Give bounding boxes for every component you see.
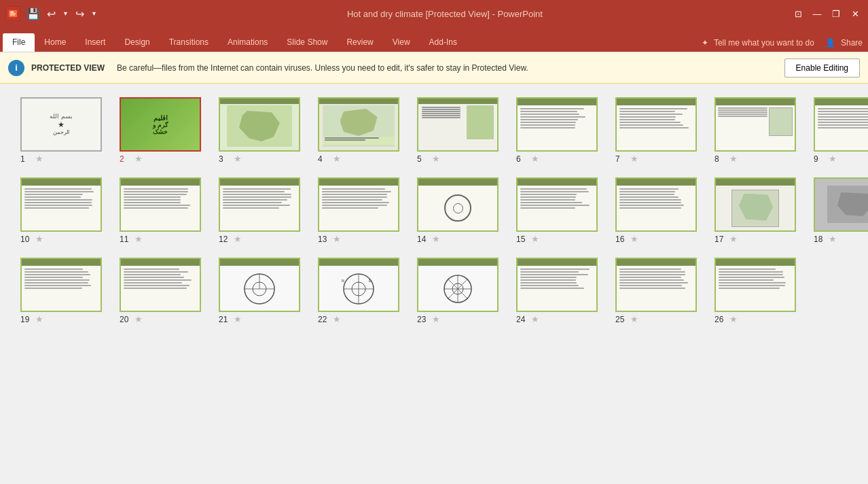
slide-star-26[interactable]: ★ [729,314,738,324]
slide-number-23: 23 [417,315,429,324]
enable-editing-button[interactable]: Enable Editing [784,58,860,77]
tab-addins[interactable]: Add-Ins [420,33,467,52]
slide-item-9[interactable]: 9★ [814,97,868,164]
slide-item-22[interactable]: N E 22★ [318,258,406,324]
slide-star-5[interactable]: ★ [432,154,440,164]
slide-star-14[interactable]: ★ [432,234,440,244]
slide-item-13[interactable]: 13★ [318,177,406,244]
slide-number-25: 25 [615,315,628,324]
minimize-button[interactable]: — [810,6,825,21]
slide-number-15: 15 [516,235,528,244]
tab-transitions[interactable]: Transitions [160,33,218,52]
slide-star-6[interactable]: ★ [531,154,539,164]
slide-item-20[interactable]: 20★ [120,258,208,324]
slide-star-13[interactable]: ★ [333,234,341,244]
slide-star-17[interactable]: ★ [729,234,738,244]
slide-star-1[interactable]: ★ [35,154,43,164]
ribbon-tabs: File Home Insert Design Transitions Anim… [0,27,868,52]
close-button[interactable]: ✕ [848,6,863,21]
slide-item-1[interactable]: بسم الله ★ الرحمن 1★ [20,97,109,164]
undo-button[interactable]: ↩ [45,6,58,22]
slide-item-8[interactable]: 8★ [715,97,803,164]
slide-item-18[interactable]: 18★ [814,177,868,244]
slide-item-6[interactable]: 6★ [516,97,604,164]
slide-star-22[interactable]: ★ [333,314,341,324]
slide-star-16[interactable]: ★ [630,234,638,244]
slide-number-7: 7 [615,154,628,164]
undo-dropdown[interactable]: ▼ [60,9,71,18]
slide-star-23[interactable]: ★ [432,314,440,324]
slides-grid: بسم الله ★ الرحمن 1★ اقلیم گرم و خشک 2★ … [20,97,848,324]
share-button[interactable]: Share [841,38,863,48]
tell-me-icon: ✦ [702,38,708,48]
tab-file[interactable]: File [3,33,35,52]
window-controls: ⊡ — ❐ ✕ [791,6,863,21]
slide-star-12[interactable]: ★ [234,234,242,244]
slide-star-19[interactable]: ★ [35,314,43,324]
tab-design[interactable]: Design [115,33,159,52]
slide-star-15[interactable]: ★ [531,234,539,244]
slide-item-24[interactable]: 24★ [516,258,604,324]
slide-item-10[interactable]: 10★ [20,177,109,244]
slide-star-24[interactable]: ★ [531,314,539,324]
slide-star-21[interactable]: ★ [234,314,242,324]
slide-star-8[interactable]: ★ [729,154,738,164]
slide-number-19: 19 [20,315,33,324]
protected-view-label: PROTECTED VIEW [31,63,105,73]
help-button[interactable]: ⊡ [791,6,806,21]
tab-home[interactable]: Home [35,33,75,52]
slide-number-20: 20 [120,315,132,324]
slide-item-25[interactable]: 25★ [615,258,704,324]
tab-slideshow[interactable]: Slide Show [277,33,337,52]
slide-number-13: 13 [318,235,330,244]
slide-star-4[interactable]: ★ [333,154,341,164]
protected-view-icon: i [8,60,24,76]
slide-star-10[interactable]: ★ [35,234,43,244]
slide-number-18: 18 [814,235,826,244]
slide-number-2: 2 [120,154,132,164]
slide-item-19[interactable]: 19★ [20,258,109,324]
tab-view[interactable]: View [383,33,420,52]
slide-item-11[interactable]: 11★ [120,177,208,244]
slide-number-12: 12 [219,235,231,244]
slide-item-23[interactable]: 23★ [417,258,505,324]
redo-button[interactable]: ↪ [73,6,86,22]
slide-item-17[interactable]: 17★ [715,177,803,244]
app-icon [5,6,20,21]
slide-star-18[interactable]: ★ [829,234,837,244]
slide-star-2[interactable]: ★ [134,154,143,164]
slide-item-5[interactable]: 5★ [417,97,505,164]
user-icon: 👤 [825,38,835,48]
tab-insert[interactable]: Insert [75,33,115,52]
slide-item-7[interactable]: 7★ [615,97,704,164]
slide-star-20[interactable]: ★ [134,314,143,324]
slide-item-16[interactable]: 16★ [615,177,704,244]
tab-review[interactable]: Review [337,33,382,52]
slide-star-9[interactable]: ★ [829,154,837,164]
slide-number-16: 16 [615,235,628,244]
slide-item-15[interactable]: 15★ [516,177,604,244]
slide-item-21[interactable]: 21★ [219,258,307,324]
slide-item-26[interactable]: 26★ [715,258,803,324]
tab-animations[interactable]: Animations [218,33,277,52]
customize-button[interactable]: ▼ [89,9,99,18]
save-button[interactable]: 💾 [24,6,42,22]
slide-star-3[interactable]: ★ [234,154,242,164]
svg-rect-1 [10,12,14,13]
tell-me-input[interactable]: Tell me what you want to do [714,38,814,48]
slide-star-11[interactable]: ★ [134,234,143,244]
slide-item-12[interactable]: 12★ [219,177,307,244]
slide-number-3: 3 [219,154,231,164]
slide-number-5: 5 [417,154,429,164]
slide-item-3[interactable]: 3★ [219,97,307,164]
title-bar: 💾 ↩ ▼ ↪ ▼ Hot and dry climate [Protected… [0,0,868,27]
slide-item-4[interactable]: 4★ [318,97,406,164]
slide-number-11: 11 [120,235,132,244]
slide-star-7[interactable]: ★ [630,154,638,164]
restore-button[interactable]: ❐ [829,6,844,21]
slide-number-24: 24 [516,315,528,324]
slide-item-14[interactable]: 14★ [417,177,505,244]
svg-rect-3 [10,15,15,16]
slide-item-2[interactable]: اقلیم گرم و خشک 2★ [120,97,208,164]
slide-star-25[interactable]: ★ [630,314,638,324]
